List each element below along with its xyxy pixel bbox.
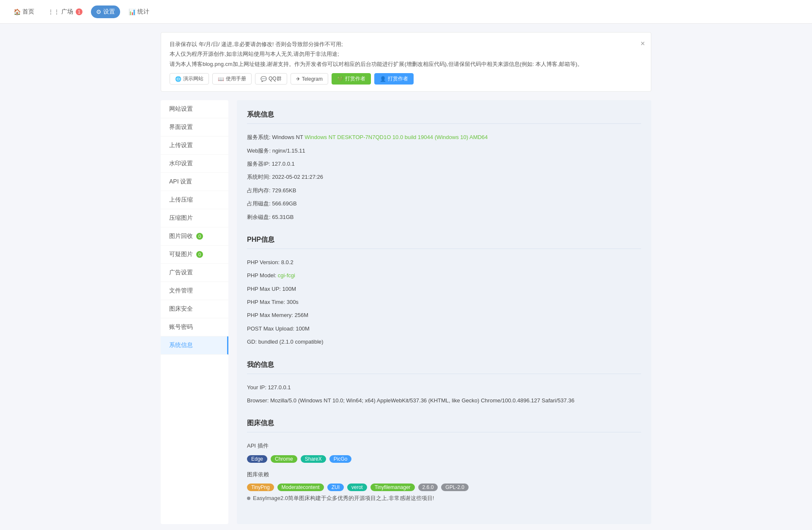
my-browser: Browser: Mozilla/5.0 (Windows NT 10.0; W… — [247, 394, 641, 407]
nav-settings-label: 设置 — [103, 8, 115, 16]
notice-line-3: 请为本人博客blog.png.cm加上网址链接,谢谢支持。作为开发者你可以对相应… — [170, 59, 642, 69]
os-label: 服务系统: Windows NT — [247, 134, 303, 140]
telegram-icon: ✈ — [296, 76, 300, 82]
tag-tinyfilemanager: Tinyfilemanager — [370, 484, 415, 491]
sidebar-item-upload-compress[interactable]: 上传压缩 — [161, 191, 228, 209]
php-info-title: PHP信息 — [247, 235, 641, 249]
sidebar-label: 文件管理 — [169, 287, 193, 295]
tag-chrome: Chrome — [271, 455, 297, 463]
nav-home[interactable]: 🏠 首页 — [8, 5, 39, 18]
memory-info: 占用内存: 729.65KB — [247, 184, 641, 197]
dependencies-title: 图库依赖 — [247, 468, 641, 481]
os-info: 服务系统: Windows NT Windows NT DESKTOP-7N7Q… — [247, 131, 641, 144]
main-content: 系统信息 服务系统: Windows NT Windows NT DESKTOP… — [237, 100, 651, 524]
sidebar-label: 图片回收 — [169, 232, 193, 240]
alipay-icon: 👤 — [380, 76, 386, 82]
sidebar-label: 上传设置 — [169, 142, 193, 149]
telegram-button[interactable]: ✈ Telegram — [291, 73, 328, 85]
dot-icon — [247, 497, 250, 500]
imgbed-info-title: 图床信息 — [247, 419, 641, 432]
close-button[interactable]: × — [640, 37, 645, 50]
api-plugins-tags: Edge Chrome ShareX PicGo — [247, 455, 641, 463]
api-plugins-title: API 插件 — [247, 439, 641, 452]
php-model-value: cgi-fcgi — [278, 272, 295, 279]
php-maxup: PHP Max UP: 100M — [247, 282, 641, 295]
sidebar-item-password[interactable]: 账号密码 — [161, 318, 228, 336]
my-ip: Your IP: 127.0.0.1 — [247, 381, 641, 394]
php-model: PHP Model: cgi-fcgi — [247, 269, 641, 282]
sidebar-item-security[interactable]: 图床安全 — [161, 300, 228, 318]
web-info: Web服务: nginx/1.15.11 — [247, 144, 641, 157]
sidebar-item-upload-settings[interactable]: 上传设置 — [161, 137, 228, 155]
system-info-title: 系统信息 — [247, 110, 641, 124]
sidebar-item-sysinfo[interactable]: 系统信息 — [161, 336, 228, 355]
donate-blue-button[interactable]: 👤 打赏作者 — [374, 73, 414, 85]
sidebar-label: 可疑图片 — [169, 251, 193, 258]
nav-home-label: 首页 — [22, 8, 34, 16]
qq-group-button[interactable]: 💬 QQ群 — [255, 73, 287, 85]
tag-picgo: PicGo — [329, 455, 352, 463]
nav-stats[interactable]: 📊 统计 — [123, 5, 154, 18]
chat-icon: 💬 — [261, 76, 267, 82]
sidebar-label: 上传压缩 — [169, 196, 193, 204]
server-ip-info: 服务器IP: 127.0.0.1 — [247, 157, 641, 170]
main-container: × 目录保存以 年/月/日/ 递进,非必要请勿修改! 否则会导致部分操作不可用;… — [152, 24, 660, 530]
sidebar-label: 水印设置 — [169, 160, 193, 167]
dependencies-tags: TinyPng Moderatecontent ZUI verot Tinyfi… — [247, 484, 641, 491]
post-maxupload: POST Max Upload: 100M — [247, 322, 641, 335]
nav-stats-label: 统计 — [137, 8, 149, 16]
manual-button[interactable]: 📖 使用手册 — [212, 73, 252, 85]
nav-settings[interactable]: ⚙ 设置 — [91, 5, 120, 18]
note-row: EasyImage2.0简单图床构建于众多优秀的开源项目之上,非常感谢这些项目! — [247, 494, 641, 502]
market-icon: ⋮⋮ — [48, 8, 60, 15]
sidebar-label: 系统信息 — [169, 341, 193, 349]
sidebar-item-ad[interactable]: 广告设置 — [161, 264, 228, 282]
sidebar-label: 网站设置 — [169, 105, 193, 113]
content-wrapper: 网站设置 界面设置 上传设置 水印设置 API 设置 上传压缩 压缩图片 图片回… — [161, 100, 651, 524]
disk-used-info: 占用磁盘: 566.69GB — [247, 197, 641, 210]
sidebar-item-dubious[interactable]: 可疑图片 0 — [161, 246, 228, 264]
notice-banner: × 目录保存以 年/月/日/ 递进,非必要请勿修改! 否则会导致部分操作不可用;… — [161, 32, 651, 92]
settings-icon: ⚙ — [96, 8, 102, 15]
notice-line-2: 本人仅为程序开源创作,如非法网站使用与本人无关,请勿用于非法用途; — [170, 49, 642, 59]
sidebar-label: 压缩图片 — [169, 214, 193, 222]
os-detail: Windows NT DESKTOP-7N7QD1O 10.0 build 19… — [304, 134, 488, 140]
php-maxtime: PHP Max Time: 300s — [247, 295, 641, 309]
tag-edge: Edge — [247, 455, 267, 463]
disk-free-info: 剩余磁盘: 65.31GB — [247, 210, 641, 224]
sys-time-info: 系统时间: 2022-05-02 21:27:26 — [247, 170, 641, 183]
demo-site-button[interactable]: 🌐 演示网站 — [170, 73, 209, 85]
sidebar-item-compress-image[interactable]: 压缩图片 — [161, 209, 228, 227]
system-info-section: 系统信息 服务系统: Windows NT Windows NT DESKTOP… — [247, 110, 641, 224]
nav-market-label: 广场 — [61, 8, 73, 16]
my-info-section: 我的信息 Your IP: 127.0.0.1 Browser: Mozilla… — [247, 361, 641, 407]
recycle-badge: 0 — [196, 233, 203, 240]
gd-info: GD: bundled (2.1.0 compatible) — [247, 335, 641, 348]
tag-sharex: ShareX — [301, 455, 326, 463]
sidebar-item-ui-settings[interactable]: 界面设置 — [161, 118, 228, 137]
sidebar-item-recycle[interactable]: 图片回收 0 — [161, 227, 228, 246]
tag-zui: ZUI — [327, 484, 344, 491]
globe-icon: 🌐 — [175, 76, 181, 82]
sidebar-item-api[interactable]: API 设置 — [161, 173, 228, 191]
tag-license: GPL-2.0 — [441, 484, 469, 491]
home-icon: 🏠 — [14, 8, 21, 15]
stats-icon: 📊 — [129, 8, 136, 15]
sidebar-item-watermark[interactable]: 水印设置 — [161, 155, 228, 173]
market-badge: 1 — [76, 8, 82, 15]
tag-moderatecontent: Moderatecontent — [277, 484, 324, 491]
imgbed-info-section: 图床信息 API 插件 Edge Chrome ShareX PicGo 图库依… — [247, 419, 641, 502]
nav-market[interactable]: ⋮⋮ 广场 1 — [43, 5, 88, 18]
sidebar-label: 账号密码 — [169, 323, 193, 331]
sidebar-label: 图床安全 — [169, 305, 193, 313]
notice-buttons: 🌐 演示网站 📖 使用手册 💬 QQ群 ✈ Telegram 💚 打赏作者 👤 — [170, 73, 642, 85]
sidebar-label: API 设置 — [169, 178, 192, 186]
donate-green-button[interactable]: 💚 打赏作者 — [332, 73, 371, 85]
dubious-badge: 0 — [196, 251, 203, 258]
sidebar-label: 广告设置 — [169, 269, 193, 276]
tag-verot: verot — [347, 484, 367, 491]
sidebar-item-site-settings[interactable]: 网站设置 — [161, 100, 228, 118]
php-maxmemory: PHP Max Memery: 256M — [247, 309, 641, 322]
sidebar-item-files[interactable]: 文件管理 — [161, 282, 228, 300]
tag-tinypng: TinyPng — [247, 484, 274, 491]
